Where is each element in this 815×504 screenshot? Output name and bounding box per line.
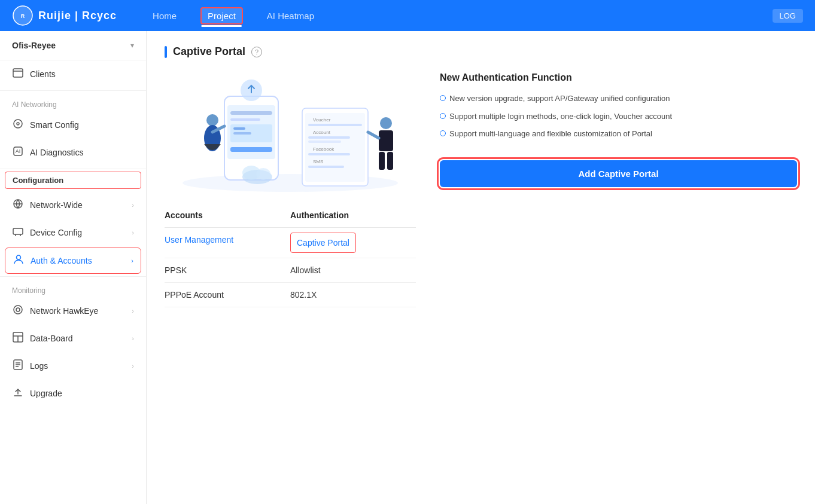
bullet-dot-2 bbox=[440, 113, 446, 119]
logo-area: R Ruijie | Rcycc bbox=[12, 5, 117, 26]
svg-point-32 bbox=[206, 114, 218, 126]
page-title: Captive Portal bbox=[173, 45, 245, 58]
svg-rect-47 bbox=[379, 152, 385, 170]
auth-function-title: New Authentication Function bbox=[440, 72, 797, 83]
divider2 bbox=[0, 169, 146, 169]
upgrade-icon bbox=[12, 387, 24, 400]
arrow-icon: › bbox=[132, 201, 134, 209]
sidebar-item-network-wide[interactable]: Network-Wide › bbox=[0, 191, 146, 219]
svg-text:Facebook: Facebook bbox=[313, 146, 334, 152]
svg-point-45 bbox=[380, 117, 392, 129]
bullet-item-2: Support multiple login methods, one-clic… bbox=[440, 111, 797, 123]
arrow-icon6: › bbox=[132, 362, 134, 369]
logs-label: Logs bbox=[30, 361, 48, 371]
svg-point-51 bbox=[256, 168, 270, 180]
help-icon[interactable]: ? bbox=[251, 47, 262, 57]
configuration-section-label: Configuration bbox=[5, 172, 141, 189]
sidebar-item-ai-diagnostics[interactable]: AI AI Diagnostics bbox=[0, 139, 146, 166]
svg-point-5 bbox=[17, 123, 19, 125]
smart-config-icon bbox=[12, 118, 24, 132]
network-hawkeye-label: Network HawkEye bbox=[30, 306, 98, 316]
svg-rect-30 bbox=[233, 132, 251, 135]
title-bar bbox=[165, 46, 167, 58]
svg-rect-39 bbox=[308, 136, 350, 139]
upgrade-label: Upgrade bbox=[30, 389, 62, 398]
svg-rect-42 bbox=[308, 153, 350, 155]
project-selector[interactable]: Ofis-Reyee ▾ bbox=[0, 31, 146, 60]
svg-rect-29 bbox=[233, 127, 245, 130]
arrow-icon3: › bbox=[131, 257, 133, 264]
svg-point-13 bbox=[16, 308, 20, 311]
portal-content: Voucher Account Facebook SMS bbox=[165, 72, 797, 307]
network-wide-label: Network-Wide bbox=[30, 200, 83, 210]
project-name: Ofis-Reyee bbox=[12, 41, 56, 50]
sidebar: Ofis-Reyee ▾ Clients AI Networking Smart… bbox=[0, 31, 147, 504]
sidebar-item-upgrade[interactable]: Upgrade bbox=[0, 380, 146, 407]
sidebar-item-logs[interactable]: Logs › bbox=[0, 352, 146, 380]
authentication-header: Authentication bbox=[290, 206, 416, 228]
nav-project[interactable]: Project bbox=[200, 7, 243, 25]
svg-text:Account: Account bbox=[313, 130, 331, 135]
svg-rect-46 bbox=[379, 130, 393, 151]
smart-config-label: Smart Config bbox=[30, 120, 79, 130]
sidebar-item-smart-config[interactable]: Smart Config bbox=[0, 111, 146, 139]
svg-rect-9 bbox=[13, 228, 23, 234]
device-config-label: Device Config bbox=[30, 228, 82, 237]
logo-icon: R bbox=[12, 5, 34, 26]
svg-rect-26 bbox=[230, 111, 272, 115]
sidebar-item-clients[interactable]: Clients bbox=[0, 60, 146, 88]
ppsk-item: PPSK bbox=[165, 258, 290, 283]
logo-text: Ruijie | Rcycc bbox=[38, 10, 117, 22]
auth-accounts-label: Auth & Accounts bbox=[31, 256, 92, 265]
logs-icon bbox=[12, 359, 24, 372]
svg-text:R: R bbox=[21, 13, 25, 19]
svg-rect-31 bbox=[230, 147, 272, 152]
sidebar-item-auth-accounts[interactable]: Auth & Accounts › bbox=[5, 248, 141, 274]
device-config-icon bbox=[12, 226, 24, 239]
accounts-auth-table: Accounts Authentication User Management … bbox=[165, 206, 416, 307]
sidebar-item-device-config[interactable]: Device Config › bbox=[0, 219, 146, 246]
svg-rect-27 bbox=[230, 118, 260, 121]
bullet-dot-1 bbox=[440, 95, 446, 101]
svg-rect-40 bbox=[308, 140, 341, 143]
captive-portal-item[interactable]: Captive Portal bbox=[290, 233, 356, 253]
monitoring-section: Monitoring bbox=[0, 279, 146, 297]
data-board-icon bbox=[12, 332, 24, 345]
ai-diagnostics-icon: AI bbox=[12, 146, 24, 159]
bullet-text-3: Support multi-language and flexible cust… bbox=[449, 128, 652, 140]
content-area: Captive Portal ? bbox=[147, 31, 815, 504]
divider bbox=[0, 90, 146, 91]
bullet-item-3: Support multi-language and flexible cust… bbox=[440, 128, 797, 140]
svg-text:SMS: SMS bbox=[313, 159, 323, 164]
svg-rect-37 bbox=[308, 124, 362, 126]
user-management-item[interactable]: User Management bbox=[165, 228, 290, 258]
pppoe-account-item: PPPoE Account bbox=[165, 283, 290, 307]
network-hawkeye-icon bbox=[12, 304, 24, 317]
portal-illustration: Voucher Account Facebook SMS bbox=[165, 72, 416, 192]
add-captive-portal-button[interactable]: Add Captive Portal bbox=[440, 160, 797, 187]
network-wide-icon bbox=[12, 198, 24, 212]
arrow-icon2: › bbox=[132, 229, 134, 236]
log-button[interactable]: LOG bbox=[773, 9, 803, 23]
nav-ai-heatmap[interactable]: AI Heatmap bbox=[261, 7, 320, 25]
divider3 bbox=[0, 276, 146, 277]
right-panel: New Authentication Function New version … bbox=[440, 72, 797, 187]
arrow-icon5: › bbox=[132, 335, 134, 342]
svg-rect-2 bbox=[13, 69, 23, 77]
sidebar-item-data-board[interactable]: Data-Board › bbox=[0, 325, 146, 352]
sidebar-item-network-hawkeye[interactable]: Network HawkEye › bbox=[0, 297, 146, 325]
auth-accounts-icon bbox=[13, 254, 25, 267]
accounts-header: Accounts bbox=[165, 206, 290, 228]
svg-text:AI: AI bbox=[16, 148, 21, 154]
dot1x-item: 802.1X bbox=[290, 283, 416, 307]
nav-home[interactable]: Home bbox=[147, 7, 183, 25]
page-title-row: Captive Portal ? bbox=[165, 45, 797, 58]
bullet-dot-3 bbox=[440, 130, 446, 136]
clients-label: Clients bbox=[30, 69, 56, 79]
main-layout: Ofis-Reyee ▾ Clients AI Networking Smart… bbox=[0, 31, 815, 504]
svg-point-12 bbox=[14, 306, 22, 314]
svg-rect-44 bbox=[308, 166, 344, 168]
svg-rect-48 bbox=[387, 152, 393, 170]
bullet-text-2: Support multiple login methods, one-clic… bbox=[449, 111, 672, 123]
top-navigation: R Ruijie | Rcycc Home Project AI Heatmap… bbox=[0, 0, 815, 31]
